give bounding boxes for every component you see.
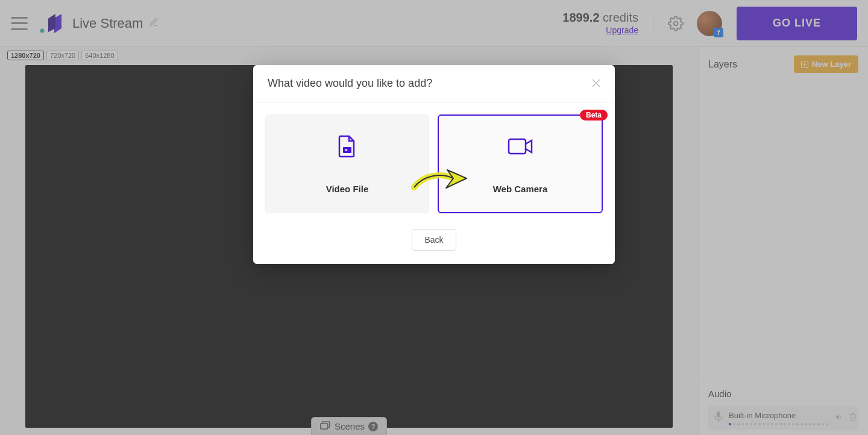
modal-footer: Back [253, 225, 615, 264]
web-camera-icon [508, 134, 533, 158]
option-web-camera-label: Web Camera [493, 184, 548, 194]
back-button[interactable]: Back [412, 229, 456, 251]
video-file-icon [338, 134, 356, 158]
modal-body: Video File Beta Web Camera [253, 102, 615, 225]
modal-close-button[interactable] [592, 78, 600, 89]
modal-title: What video would you like to add? [268, 77, 432, 90]
modal-header: What video would you like to add? [253, 65, 615, 102]
svg-rect-9 [509, 139, 526, 154]
option-video-file-label: Video File [326, 184, 369, 194]
add-video-modal: What video would you like to add? [253, 65, 615, 264]
option-video-file[interactable]: Video File [265, 114, 429, 213]
beta-badge: Beta [580, 110, 608, 120]
app-root: Live Stream 1899.2 credits Upgrade f GO … [0, 0, 868, 435]
option-web-camera[interactable]: Beta Web Camera [438, 114, 603, 213]
